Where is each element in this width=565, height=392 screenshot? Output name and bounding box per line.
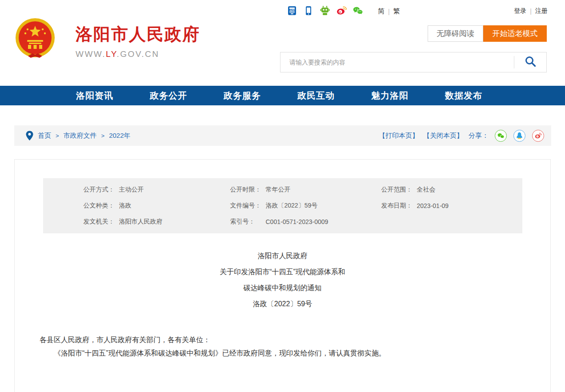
document-paragraph-main: 《洛阳市“十四五”现代能源体系和碳达峰碳中和规划》已经市政府同意，现印发给你们，… bbox=[40, 347, 525, 360]
auth-divider: | bbox=[530, 8, 532, 15]
share-qq-icon[interactable] bbox=[513, 130, 525, 142]
svg-text:APP: APP bbox=[289, 9, 295, 12]
site-title-block[interactable]: 洛阳市人民政府 WWW.LY.GOV.CN bbox=[76, 23, 200, 59]
breadcrumb-city-documents[interactable]: 市政府文件 bbox=[64, 132, 97, 140]
header-buttons: 无障碍阅读 开始适老模式 bbox=[428, 25, 547, 42]
share-weibo-icon[interactable] bbox=[532, 130, 544, 142]
meta-release-date: 发布日期： 2023-01-09 bbox=[381, 198, 522, 214]
close-page-link[interactable]: 【关闭本页】 bbox=[423, 132, 463, 140]
robot-icon[interactable] bbox=[320, 5, 330, 16]
search-button[interactable] bbox=[514, 52, 546, 72]
accessibility-reading-button[interactable]: 无障碍阅读 bbox=[428, 25, 483, 42]
search-icon bbox=[525, 56, 537, 69]
nav-item-gov-disclosure[interactable]: 政务公开 bbox=[132, 86, 205, 105]
site-url-ly: LY bbox=[106, 49, 116, 59]
document-title-line: 洛阳市人民政府 bbox=[15, 248, 550, 264]
meta-publicity-method: 公开方式： 主动公开 bbox=[84, 182, 230, 198]
document-card: 公开方式： 主动公开 公开时限： 常年公开 公开范围： 全社会 公文种类： 洛政… bbox=[14, 159, 551, 392]
lang-traditional[interactable]: 繁 bbox=[393, 7, 400, 16]
lang-divider: | bbox=[388, 8, 390, 15]
document-title-line: 碳达峰碳中和规划的通知 bbox=[15, 280, 550, 296]
nav-item-public-interaction[interactable]: 政民互动 bbox=[279, 86, 353, 105]
app-icon[interactable]: APP bbox=[287, 5, 297, 16]
page: APP bbox=[0, 0, 565, 392]
meta-document-type: 公文种类： 洛政 bbox=[84, 198, 230, 214]
meta-empty-cell bbox=[381, 214, 522, 230]
nav-item-luoyang-news[interactable]: 洛阳资讯 bbox=[58, 86, 132, 105]
share-icons bbox=[495, 130, 544, 142]
site-url-www: WWW. bbox=[76, 49, 106, 59]
nav-item-charming-luoyang[interactable]: 魅力洛阳 bbox=[353, 86, 427, 105]
share-label: 分享： bbox=[469, 132, 489, 140]
document-title-line: 关于印发洛阳市“十四五”现代能源体系和 bbox=[15, 264, 550, 280]
language-toggle: 简 | 繁 bbox=[378, 7, 400, 16]
site-name: 洛阳市人民政府 bbox=[76, 23, 200, 46]
mobile-icon[interactable] bbox=[303, 5, 314, 16]
breadcrumb-home[interactable]: 首页 bbox=[38, 132, 51, 140]
meta-publicity-period: 公开时限： 常年公开 bbox=[230, 182, 381, 198]
search-bar bbox=[280, 52, 547, 72]
national-emblem-logo[interactable] bbox=[15, 18, 56, 60]
document-paragraph-salutation: 各县区人民政府，市人民政府有关部门，各有关单位： bbox=[40, 333, 525, 347]
breadcrumb-separator: > bbox=[56, 132, 59, 139]
document-title: 洛阳市人民政府 关于印发洛阳市“十四五”现代能源体系和 碳达峰碳中和规划的通知 … bbox=[15, 248, 550, 312]
page-actions: 【打印本页】 【关闭本页】 分享： bbox=[379, 130, 544, 142]
meta-issuing-agency: 发文机关： 洛阳市人民政府 bbox=[84, 214, 230, 230]
nav-item-data-release[interactable]: 数据发布 bbox=[427, 86, 501, 105]
main-nav: 洛阳资讯 政务公开 政务服务 政民互动 魅力洛阳 数据发布 bbox=[0, 86, 565, 105]
meta-publicity-scope: 公开范围： 全社会 bbox=[381, 182, 522, 198]
wechat-icon[interactable] bbox=[353, 5, 363, 16]
elder-mode-button[interactable]: 开始适老模式 bbox=[483, 25, 547, 42]
meta-document-number: 文件编号： 洛政〔2022〕59号 bbox=[230, 198, 381, 214]
weibo-icon[interactable] bbox=[336, 5, 347, 16]
print-page-link[interactable]: 【打印本页】 bbox=[379, 132, 419, 140]
document-meta-table: 公开方式： 主动公开 公开时限： 常年公开 公开范围： 全社会 公文种类： 洛政… bbox=[43, 178, 522, 233]
document-body: 各县区人民政府，市人民政府有关部门，各有关单位： 《洛阳市“十四五”现代能源体系… bbox=[15, 333, 550, 360]
register-link[interactable]: 注册 bbox=[535, 7, 548, 15]
meta-index-number: 索引号： C001-0571-2023-0009 bbox=[230, 214, 381, 230]
lang-simplified[interactable]: 简 bbox=[378, 7, 385, 16]
login-link[interactable]: 登录 bbox=[514, 7, 526, 15]
breadcrumb: 首页 > 市政府文件 > 2022年 bbox=[26, 131, 131, 141]
topbar-quick-links: APP bbox=[287, 5, 363, 16]
breadcrumb-strip: 首页 > 市政府文件 > 2022年 【打印本页】 【关闭本页】 分享： bbox=[14, 125, 551, 146]
breadcrumb-year-2022[interactable]: 2022年 bbox=[109, 132, 130, 140]
location-pin-icon bbox=[26, 131, 33, 141]
site-url-rest: .GOV.CN bbox=[116, 49, 159, 59]
site-url: WWW.LY.GOV.CN bbox=[76, 49, 200, 59]
document-title-line: 洛政〔2022〕59号 bbox=[15, 296, 550, 312]
auth-links: 登录 | 注册 bbox=[514, 7, 548, 15]
breadcrumb-separator: > bbox=[101, 132, 105, 139]
share-wechat-icon[interactable] bbox=[495, 130, 507, 142]
search-input[interactable] bbox=[280, 52, 514, 72]
nav-item-gov-services[interactable]: 政务服务 bbox=[205, 86, 279, 105]
